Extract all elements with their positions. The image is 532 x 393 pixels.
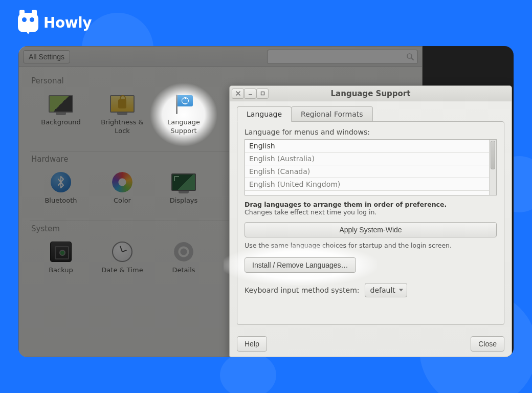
setting-backup[interactable]: Backup bbox=[30, 237, 92, 277]
all-settings-button[interactable]: All Settings bbox=[23, 50, 70, 63]
setting-label: Background bbox=[41, 118, 81, 127]
use-same-hint: Use the same language choices for startu… bbox=[245, 242, 497, 249]
scrollbar-thumb[interactable] bbox=[491, 141, 495, 169]
search-field[interactable] bbox=[267, 50, 418, 64]
setting-color[interactable]: Color bbox=[92, 168, 153, 207]
setting-details[interactable]: Details bbox=[153, 237, 214, 277]
section-personal-label: Personal bbox=[31, 76, 411, 85]
bluetooth-icon bbox=[51, 172, 71, 192]
language-support-dialog: Language Support Language Regional Forma… bbox=[229, 85, 512, 357]
svg-line-1 bbox=[411, 58, 413, 60]
window-close-button[interactable] bbox=[232, 89, 244, 99]
setting-label: Bluetooth bbox=[45, 196, 77, 205]
background-icon bbox=[49, 95, 73, 113]
setting-label: Brightness & Lock bbox=[93, 118, 152, 136]
setting-label: Displays bbox=[170, 196, 198, 205]
color-icon bbox=[112, 172, 132, 192]
window-maximize-button[interactable] bbox=[256, 89, 269, 99]
language-flag-icon bbox=[174, 94, 193, 114]
minimize-icon bbox=[248, 91, 253, 96]
backup-icon bbox=[50, 242, 72, 262]
keyboard-input-label: Keyboard input method system: bbox=[245, 286, 360, 294]
setting-label: Date & Time bbox=[101, 266, 143, 275]
setting-brightness-lock[interactable]: Brightness & Lock bbox=[92, 90, 153, 138]
setting-date-time[interactable]: Date & Time bbox=[92, 237, 153, 277]
setting-label: Color bbox=[114, 196, 131, 205]
gear-icon bbox=[174, 242, 193, 261]
search-icon bbox=[406, 53, 414, 61]
help-button[interactable]: Help bbox=[237, 336, 267, 352]
setting-background[interactable]: Background bbox=[30, 90, 92, 138]
tab-language[interactable]: Language bbox=[237, 106, 292, 122]
close-icon bbox=[236, 91, 240, 96]
brand-name: Howly bbox=[43, 14, 92, 31]
dialog-title: Language Support bbox=[230, 89, 512, 98]
displays-icon bbox=[171, 173, 196, 191]
setting-language-support[interactable]: Language Support bbox=[153, 90, 214, 138]
drag-hint: Drag languages to arrange them in order … bbox=[245, 201, 497, 208]
list-item[interactable]: English (United Kingdom) bbox=[245, 178, 489, 191]
howly-logo: Howly bbox=[18, 13, 92, 32]
language-list[interactable]: English English (Australia) English (Can… bbox=[245, 139, 497, 195]
dialog-tabs: Language Regional Formats bbox=[237, 106, 504, 122]
list-item[interactable]: English (Canada) bbox=[245, 165, 489, 178]
search-input[interactable] bbox=[271, 53, 406, 60]
lang-for-menus-label: Language for menus and windows: bbox=[245, 128, 497, 136]
list-item[interactable]: English bbox=[245, 140, 489, 152]
close-button[interactable]: Close bbox=[471, 336, 504, 352]
apply-system-wide-button[interactable]: Apply System-Wide bbox=[245, 222, 497, 237]
list-item[interactable]: English (Australia) bbox=[245, 152, 489, 165]
brightness-icon bbox=[110, 95, 135, 113]
install-remove-languages-button[interactable]: Install / Remove Languages… bbox=[245, 257, 356, 273]
keyboard-input-select[interactable]: default bbox=[365, 283, 407, 297]
svg-rect-3 bbox=[261, 92, 264, 95]
scrollbar[interactable] bbox=[489, 140, 496, 195]
maximize-icon bbox=[260, 91, 265, 96]
tab-regional-formats[interactable]: Regional Formats bbox=[291, 106, 372, 122]
setting-label: Details bbox=[172, 266, 195, 275]
setting-displays[interactable]: Displays bbox=[153, 168, 214, 207]
drag-hint-sub: Changes take effect next time you log in… bbox=[245, 208, 497, 216]
screenshot-card: All Settings Personal Background Brig bbox=[18, 46, 514, 357]
window-minimize-button[interactable] bbox=[244, 89, 256, 99]
owl-icon bbox=[18, 13, 38, 32]
clock-icon bbox=[112, 242, 132, 262]
setting-label: Language Support bbox=[154, 118, 213, 136]
settings-toolbar: All Settings bbox=[19, 47, 422, 67]
setting-bluetooth[interactable]: Bluetooth bbox=[30, 168, 92, 207]
dialog-titlebar[interactable]: Language Support bbox=[230, 86, 512, 101]
tab-panel-language: Language for menus and windows: English … bbox=[237, 121, 504, 325]
setting-label: Backup bbox=[49, 266, 73, 275]
